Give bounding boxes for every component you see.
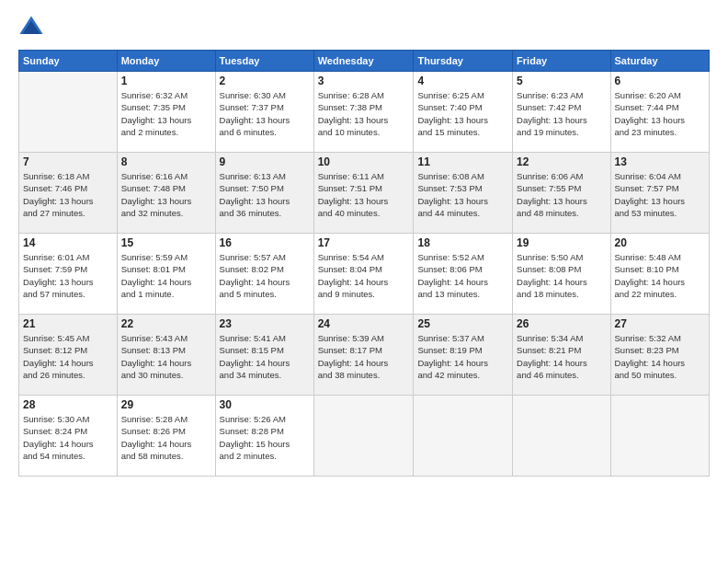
day-detail: Sunrise: 5:30 AMSunset: 8:24 PMDaylight:… bbox=[23, 414, 94, 461]
day-number: 29 bbox=[121, 398, 211, 411]
day-detail: Sunrise: 5:41 AMSunset: 8:15 PMDaylight:… bbox=[220, 333, 290, 380]
day-detail: Sunrise: 6:13 AMSunset: 7:50 PMDaylight:… bbox=[220, 171, 290, 218]
day-detail: Sunrise: 6:04 AMSunset: 7:57 PMDaylight:… bbox=[615, 171, 686, 218]
calendar-cell bbox=[610, 396, 709, 477]
calendar-cell: 25Sunrise: 5:37 AMSunset: 8:19 PMDayligh… bbox=[414, 315, 513, 396]
day-detail: Sunrise: 5:26 AMSunset: 8:28 PMDaylight:… bbox=[220, 414, 290, 461]
day-number: 7 bbox=[23, 155, 113, 168]
day-detail: Sunrise: 6:30 AMSunset: 7:37 PMDaylight:… bbox=[220, 90, 290, 137]
day-number: 26 bbox=[517, 317, 606, 330]
day-number: 23 bbox=[220, 317, 310, 330]
calendar-cell: 23Sunrise: 5:41 AMSunset: 8:15 PMDayligh… bbox=[215, 315, 313, 396]
day-detail: Sunrise: 5:54 AMSunset: 8:04 PMDaylight:… bbox=[318, 252, 389, 299]
day-number: 20 bbox=[615, 236, 705, 249]
day-detail: Sunrise: 6:01 AMSunset: 7:59 PMDaylight:… bbox=[23, 252, 94, 299]
day-header-thursday: Thursday bbox=[414, 51, 513, 72]
day-number: 6 bbox=[615, 75, 705, 87]
calendar-cell: 17Sunrise: 5:54 AMSunset: 8:04 PMDayligh… bbox=[313, 234, 414, 315]
week-row-1: 1Sunrise: 6:32 AMSunset: 7:35 PMDaylight… bbox=[19, 72, 710, 153]
day-detail: Sunrise: 5:45 AMSunset: 8:12 PMDaylight:… bbox=[23, 333, 94, 380]
week-row-4: 21Sunrise: 5:45 AMSunset: 8:12 PMDayligh… bbox=[19, 315, 710, 396]
page: SundayMondayTuesdayWednesdayThursdayFrid… bbox=[0, 0, 728, 563]
calendar-cell: 30Sunrise: 5:26 AMSunset: 8:28 PMDayligh… bbox=[215, 396, 313, 477]
day-detail: Sunrise: 5:50 AMSunset: 8:08 PMDaylight:… bbox=[517, 252, 587, 299]
day-detail: Sunrise: 5:37 AMSunset: 8:19 PMDaylight:… bbox=[417, 333, 488, 380]
day-number: 21 bbox=[23, 317, 113, 330]
day-detail: Sunrise: 5:32 AMSunset: 8:23 PMDaylight:… bbox=[615, 333, 686, 380]
day-number: 15 bbox=[121, 236, 211, 249]
day-header-monday: Monday bbox=[117, 51, 215, 72]
calendar-cell: 24Sunrise: 5:39 AMSunset: 8:17 PMDayligh… bbox=[313, 315, 414, 396]
calendar-cell: 18Sunrise: 5:52 AMSunset: 8:06 PMDayligh… bbox=[414, 234, 513, 315]
calendar-cell: 28Sunrise: 5:30 AMSunset: 8:24 PMDayligh… bbox=[19, 396, 118, 477]
calendar-cell: 5Sunrise: 6:23 AMSunset: 7:42 PMDaylight… bbox=[513, 72, 610, 153]
calendar-cell: 8Sunrise: 6:16 AMSunset: 7:48 PMDaylight… bbox=[117, 153, 215, 234]
day-number: 8 bbox=[121, 155, 211, 168]
day-number: 12 bbox=[517, 155, 606, 168]
day-detail: Sunrise: 5:57 AMSunset: 8:02 PMDaylight:… bbox=[220, 252, 290, 299]
day-header-friday: Friday bbox=[513, 51, 610, 72]
day-detail: Sunrise: 5:28 AMSunset: 8:26 PMDaylight:… bbox=[121, 414, 192, 461]
calendar-cell: 6Sunrise: 6:20 AMSunset: 7:44 PMDaylight… bbox=[610, 72, 709, 153]
day-number: 14 bbox=[23, 236, 113, 249]
calendar-cell: 15Sunrise: 5:59 AMSunset: 8:01 PMDayligh… bbox=[117, 234, 215, 315]
calendar-cell bbox=[414, 396, 513, 477]
day-detail: Sunrise: 6:20 AMSunset: 7:44 PMDaylight:… bbox=[615, 90, 686, 137]
calendar-cell: 4Sunrise: 6:25 AMSunset: 7:40 PMDaylight… bbox=[414, 72, 513, 153]
logo bbox=[18, 15, 48, 40]
day-detail: Sunrise: 6:16 AMSunset: 7:48 PMDaylight:… bbox=[121, 171, 192, 218]
day-number: 4 bbox=[417, 75, 508, 87]
day-number: 16 bbox=[220, 236, 310, 249]
day-detail: Sunrise: 6:25 AMSunset: 7:40 PMDaylight:… bbox=[417, 90, 488, 137]
day-number: 1 bbox=[121, 75, 211, 87]
calendar-cell: 21Sunrise: 5:45 AMSunset: 8:12 PMDayligh… bbox=[19, 315, 118, 396]
day-detail: Sunrise: 6:08 AMSunset: 7:53 PMDaylight:… bbox=[417, 171, 488, 218]
day-detail: Sunrise: 6:28 AMSunset: 7:38 PMDaylight:… bbox=[318, 90, 389, 137]
calendar-cell: 7Sunrise: 6:18 AMSunset: 7:46 PMDaylight… bbox=[19, 153, 118, 234]
day-detail: Sunrise: 5:59 AMSunset: 8:01 PMDaylight:… bbox=[121, 252, 192, 299]
day-number: 11 bbox=[417, 155, 508, 168]
calendar-cell: 12Sunrise: 6:06 AMSunset: 7:55 PMDayligh… bbox=[513, 153, 610, 234]
day-header-saturday: Saturday bbox=[610, 51, 709, 72]
calendar-cell bbox=[513, 396, 610, 477]
day-header-sunday: Sunday bbox=[19, 51, 118, 72]
day-detail: Sunrise: 5:43 AMSunset: 8:13 PMDaylight:… bbox=[121, 333, 192, 380]
calendar-cell: 14Sunrise: 6:01 AMSunset: 7:59 PMDayligh… bbox=[19, 234, 118, 315]
day-detail: Sunrise: 5:34 AMSunset: 8:21 PMDaylight:… bbox=[517, 333, 587, 380]
day-number: 2 bbox=[220, 75, 310, 87]
calendar-cell: 20Sunrise: 5:48 AMSunset: 8:10 PMDayligh… bbox=[610, 234, 709, 315]
calendar-cell: 22Sunrise: 5:43 AMSunset: 8:13 PMDayligh… bbox=[117, 315, 215, 396]
day-detail: Sunrise: 5:52 AMSunset: 8:06 PMDaylight:… bbox=[417, 252, 488, 299]
day-detail: Sunrise: 5:48 AMSunset: 8:10 PMDaylight:… bbox=[615, 252, 686, 299]
calendar-cell bbox=[19, 72, 118, 153]
logo-icon bbox=[18, 15, 44, 40]
calendar-cell: 1Sunrise: 6:32 AMSunset: 7:35 PMDaylight… bbox=[117, 72, 215, 153]
calendar-cell: 16Sunrise: 5:57 AMSunset: 8:02 PMDayligh… bbox=[215, 234, 313, 315]
day-detail: Sunrise: 6:18 AMSunset: 7:46 PMDaylight:… bbox=[23, 171, 94, 218]
header bbox=[18, 15, 710, 40]
calendar-cell: 27Sunrise: 5:32 AMSunset: 8:23 PMDayligh… bbox=[610, 315, 709, 396]
week-row-2: 7Sunrise: 6:18 AMSunset: 7:46 PMDaylight… bbox=[19, 153, 710, 234]
day-number: 13 bbox=[615, 155, 705, 168]
day-number: 10 bbox=[318, 155, 410, 168]
day-header-wednesday: Wednesday bbox=[313, 51, 414, 72]
calendar-cell: 10Sunrise: 6:11 AMSunset: 7:51 PMDayligh… bbox=[313, 153, 414, 234]
day-detail: Sunrise: 5:39 AMSunset: 8:17 PMDaylight:… bbox=[318, 333, 389, 380]
day-number: 27 bbox=[615, 317, 705, 330]
calendar-cell: 11Sunrise: 6:08 AMSunset: 7:53 PMDayligh… bbox=[414, 153, 513, 234]
day-number: 24 bbox=[318, 317, 410, 330]
calendar-cell: 13Sunrise: 6:04 AMSunset: 7:57 PMDayligh… bbox=[610, 153, 709, 234]
calendar-cell: 2Sunrise: 6:30 AMSunset: 7:37 PMDaylight… bbox=[215, 72, 313, 153]
calendar-cell: 26Sunrise: 5:34 AMSunset: 8:21 PMDayligh… bbox=[513, 315, 610, 396]
day-number: 5 bbox=[517, 75, 606, 87]
day-number: 28 bbox=[23, 398, 113, 411]
day-number: 3 bbox=[318, 75, 410, 87]
day-header-tuesday: Tuesday bbox=[215, 51, 313, 72]
day-number: 22 bbox=[121, 317, 211, 330]
day-number: 19 bbox=[517, 236, 606, 249]
day-number: 17 bbox=[318, 236, 410, 249]
calendar: SundayMondayTuesdayWednesdayThursdayFrid… bbox=[18, 50, 710, 477]
day-number: 30 bbox=[220, 398, 310, 411]
week-row-5: 28Sunrise: 5:30 AMSunset: 8:24 PMDayligh… bbox=[19, 396, 710, 477]
calendar-cell: 3Sunrise: 6:28 AMSunset: 7:38 PMDaylight… bbox=[313, 72, 414, 153]
